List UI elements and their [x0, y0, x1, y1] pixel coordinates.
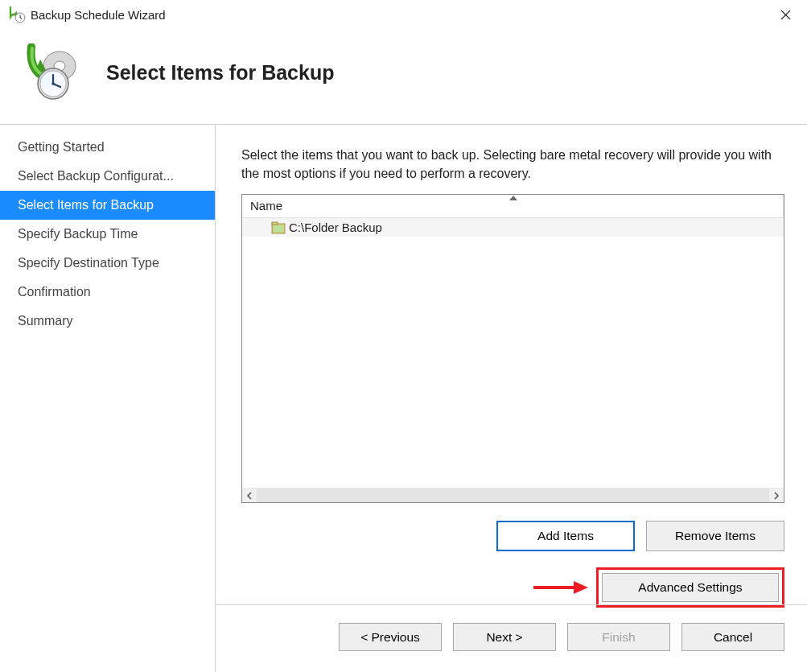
app-icon: [8, 6, 26, 23]
scroll-left-icon[interactable]: [242, 489, 257, 502]
folder-icon: [271, 221, 286, 234]
remove-items-button[interactable]: Remove Items: [646, 521, 784, 551]
svg-rect-14: [274, 225, 283, 232]
wizard-icon: [19, 43, 82, 101]
finish-button: Finish: [567, 623, 670, 651]
cancel-button[interactable]: Cancel: [681, 623, 784, 651]
wizard-header: Select Items for Backup: [0, 29, 807, 124]
step-summary[interactable]: Summary: [0, 307, 215, 336]
svg-rect-13: [272, 222, 278, 225]
page-title: Select Items for Backup: [106, 61, 334, 85]
items-listbox[interactable]: Name C:\Folder Backup: [241, 194, 784, 503]
advanced-settings-button[interactable]: Advanced Settings: [602, 573, 779, 602]
step-specify-backup-time[interactable]: Specify Backup Time: [0, 220, 215, 249]
step-select-items-for-backup[interactable]: Select Items for Backup: [0, 191, 215, 220]
svg-point-11: [51, 82, 55, 85]
list-item[interactable]: C:\Folder Backup: [242, 218, 784, 237]
step-specify-destination-type[interactable]: Specify Destination Type: [0, 249, 215, 278]
advanced-settings-highlight: Advanced Settings: [596, 567, 784, 608]
scrollbar-track[interactable]: [257, 489, 769, 502]
callout-arrow-icon: [532, 579, 590, 596]
window-title: Backup Schedule Wizard: [31, 8, 767, 22]
step-confirmation[interactable]: Confirmation: [0, 278, 215, 307]
step-getting-started[interactable]: Getting Started: [0, 133, 215, 162]
next-button[interactable]: Next >: [453, 623, 556, 651]
wizard-footer: < Previous Next > Finish Cancel: [216, 604, 807, 672]
step-select-backup-configuration[interactable]: Select Backup Configurat...: [0, 162, 215, 191]
add-items-button[interactable]: Add Items: [496, 521, 635, 551]
list-item-label: C:\Folder Backup: [289, 221, 382, 234]
wizard-steps: Getting Started Select Backup Configurat…: [0, 125, 216, 672]
close-button[interactable]: [767, 2, 804, 27]
list-header: Name: [242, 195, 784, 218]
previous-button[interactable]: < Previous: [339, 623, 442, 651]
instruction-text: Select the items that you want to back u…: [241, 146, 784, 183]
wizard-content: Select the items that you want to back u…: [216, 125, 807, 672]
scroll-right-icon[interactable]: [769, 489, 784, 502]
sort-indicator-icon: [509, 194, 517, 202]
titlebar: Backup Schedule Wizard: [0, 0, 807, 29]
horizontal-scrollbar[interactable]: [242, 488, 784, 502]
